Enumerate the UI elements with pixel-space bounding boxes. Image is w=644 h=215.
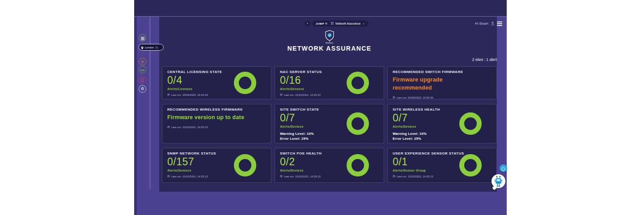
- location-label: London: [145, 46, 154, 49]
- top-chrome-strip: [134, 0, 507, 16]
- sync-icon: ⟳: [393, 175, 395, 178]
- card-central-licensing-state[interactable]: CENTRAL LICENSING STATE 0/4 Alerts/Licen…: [162, 66, 271, 99]
- status-card-grid: CENTRAL LICENSING STATE 0/4 Alerts/Licen…: [162, 66, 497, 183]
- last-run: ⟳Last run: 12/10/2021, 14:25:13: [167, 125, 266, 129]
- card-title: SNMP NETWORK STATUS: [167, 151, 266, 155]
- card-snmp-network-status[interactable]: SNMP NETWORK STATUS 0/157 Alerts/Sensors…: [162, 148, 271, 183]
- status-donut: [347, 72, 369, 94]
- sidebar-item-dashboard[interactable]: [139, 34, 146, 42]
- card-switch-poe-health[interactable]: SWITCH POE HEALTH 0/2 Alerts/Devices ⟳La…: [275, 148, 384, 183]
- view-selector-dropdown[interactable]: Network Assurance ⌄: [327, 21, 369, 26]
- sync-icon: ⟳: [280, 175, 283, 178]
- power-refresh-button[interactable]: [500, 164, 507, 172]
- status-donut: [459, 112, 482, 135]
- grid-mini-icon: [331, 22, 334, 25]
- card-recommended-switch-firmware[interactable]: RECOMMENDED SWITCH FIRMWARE Firmware upg…: [387, 66, 497, 99]
- page-title: NETWORK ASSURANCE: [162, 45, 497, 52]
- menu-hamburger-icon[interactable]: [497, 22, 502, 26]
- card-title: SITE WIRELESS HEALTH: [393, 108, 491, 112]
- user-area: Hi Stuart: [475, 21, 502, 26]
- app-window: London [0] ⚙ ‹ JUMP TO: [134, 0, 507, 215]
- sidebar-item-devices[interactable]: [139, 76, 146, 83]
- last-run: ⟳Last run: 12/10/2021, 14:25:13: [393, 142, 491, 143]
- greeting-text: Hi Stuart: [475, 22, 488, 25]
- card-status-message: Firmware upgrade recommended: [393, 76, 471, 92]
- robot-mascot-icon: [494, 176, 503, 189]
- wireless-access-point-icon: [140, 58, 144, 66]
- last-run: ⟳Last run: 24/06/2024, 15:56:36: [393, 96, 491, 99]
- error-level: Error Level: 25%: [393, 136, 491, 141]
- sidebar-item-wireless[interactable]: [139, 58, 146, 65]
- chevron-left-icon: ‹: [307, 21, 308, 26]
- card-title: SITE SWITCH STATE: [280, 108, 379, 112]
- sidebar-location-pill[interactable]: London [0]: [139, 44, 164, 51]
- card-title: SWITCH POE HEALTH: [280, 151, 379, 155]
- status-donut: [234, 154, 256, 176]
- status-donut: [459, 154, 482, 176]
- assistant-mascot-bubble[interactable]: [491, 174, 508, 191]
- dashboard-icon: [141, 34, 144, 42]
- card-nac-server-status[interactable]: NAC SERVER STATUS 0/16 Alerts/Sensors ⟳L…: [275, 66, 384, 99]
- last-run: ⟳Last run: 12/10/2021, 14:25:13: [393, 175, 491, 178]
- sync-icon: ⟳: [393, 96, 395, 99]
- view-selector-label: Network Assurance: [335, 22, 360, 25]
- sync-icon: ⟳: [280, 142, 283, 143]
- sync-icon: ⟳: [280, 93, 283, 96]
- last-run: ⟳Last run: 24/06/2024, 15:04:18: [167, 93, 266, 96]
- network-assurance-shield-icon: [162, 30, 497, 46]
- sites-alert-summary: 2 sites : 1 alert: [162, 57, 497, 62]
- status-donut: [347, 154, 369, 176]
- card-site-wireless-health[interactable]: SITE WIRELESS HEALTH 0/7 Alerts/Devices …: [387, 104, 497, 143]
- sync-icon: ⟳: [167, 93, 170, 96]
- sync-icon: ⟳: [167, 125, 170, 129]
- location-count: [0]: [155, 46, 158, 49]
- sync-icon: ⟳: [393, 142, 395, 143]
- card-status-message: Firmware version up to date: [167, 113, 246, 121]
- last-run: ⟳Last run: 12/10/2021, 14:25:13: [280, 93, 379, 96]
- sidebar-divider: [150, 17, 150, 189]
- sync-icon: ⟳: [167, 175, 170, 178]
- last-run: ⟳Last run: 12/10/2021, 14:25:13: [280, 142, 379, 143]
- last-run: ⟳Last run: 12/10/2021, 14:25:13: [167, 175, 266, 178]
- card-title: RECOMMENDED WIRELESS FIRMWARE: [167, 108, 266, 112]
- last-run: ⟳Last run: 12/10/2021, 14:25:13: [280, 175, 379, 178]
- sidebar-edge: [134, 17, 137, 215]
- card-user-experience-sensor-status[interactable]: USER EXPERIENCE SENSOR STATUS 0/1 Alerts…: [387, 148, 497, 183]
- user-avatar-icon[interactable]: [491, 20, 495, 28]
- status-donut: [347, 112, 369, 135]
- back-button[interactable]: ‹: [305, 21, 310, 26]
- sidebar-item-switches[interactable]: [139, 66, 146, 73]
- chevron-down-icon: ⌄: [362, 22, 365, 25]
- switch-link-icon: [140, 66, 144, 74]
- card-site-switch-state[interactable]: SITE SWITCH STATE 0/7 Alerts/Devices War…: [275, 104, 384, 143]
- error-level: Error Level: 25%: [280, 136, 379, 141]
- card-title: RECOMMENDED SWITCH FIRMWARE: [393, 70, 491, 74]
- mobile-device-icon: [141, 76, 144, 84]
- card-recommended-wireless-firmware[interactable]: RECOMMENDED WIRELESS FIRMWARE Firmware v…: [162, 104, 271, 143]
- card-title: USER EXPERIENCE SENSOR STATUS: [393, 151, 491, 155]
- settings-gear-icon: ⚙: [140, 87, 144, 91]
- status-donut: [234, 72, 256, 94]
- power-icon: [501, 164, 505, 172]
- location-pin-icon: [141, 43, 144, 52]
- sidebar-item-settings[interactable]: ⚙: [139, 85, 146, 93]
